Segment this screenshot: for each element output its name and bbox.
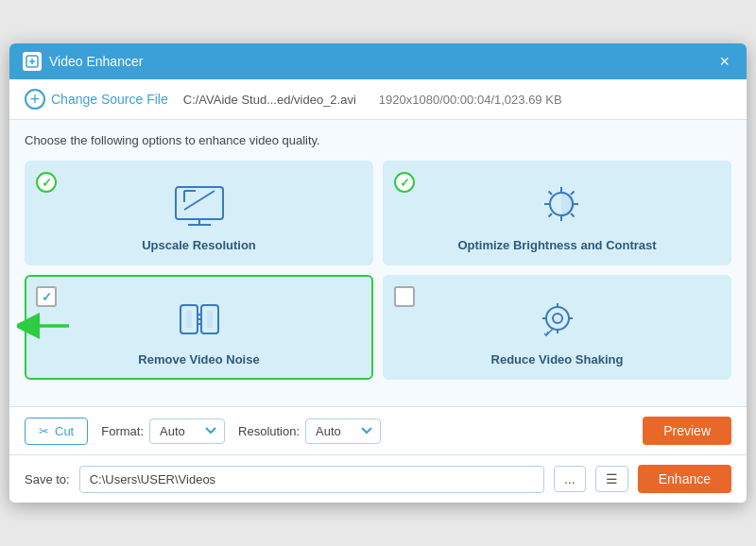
file-meta: 1920x1080/00:00:04/1,023.69 KB bbox=[379, 93, 562, 107]
change-source-button[interactable]: + Change Source File bbox=[25, 89, 168, 110]
brightness-label: Optimize Brightness and Contrast bbox=[457, 238, 656, 252]
shaking-checkbox[interactable] bbox=[394, 286, 415, 307]
save-label: Save to: bbox=[25, 472, 70, 486]
brightness-checkbox[interactable] bbox=[394, 172, 415, 193]
main-window: Video Enhancer × + Change Source File C:… bbox=[9, 43, 747, 503]
title-bar-left: Video Enhancer bbox=[23, 52, 143, 71]
save-bar: Save to: ... ☰ Enhance bbox=[9, 454, 747, 503]
svg-rect-1 bbox=[176, 187, 223, 219]
open-folder-button[interactable]: ☰ bbox=[595, 466, 628, 492]
svg-rect-11 bbox=[186, 311, 192, 328]
noise-icon bbox=[173, 298, 226, 343]
content-area: Choose the following options to enhance … bbox=[9, 120, 747, 406]
file-path: C:/AVAide Stud...ed/video_2.avi bbox=[183, 93, 356, 107]
noise-label: Remove Video Noise bbox=[138, 352, 259, 367]
format-label: Format: bbox=[101, 424, 144, 438]
bottom-controls-bar: ✂ Cut Format: Auto MP4 AVI MOV Resolutio… bbox=[9, 406, 747, 454]
cut-label: Cut bbox=[55, 424, 74, 438]
browse-button[interactable]: ... bbox=[554, 466, 586, 492]
svg-point-17 bbox=[553, 314, 562, 323]
resolution-select[interactable]: Auto 720p 1080p 4K bbox=[305, 418, 381, 444]
scissors-icon: ✂ bbox=[39, 424, 49, 438]
svg-line-5 bbox=[184, 191, 215, 210]
title-bar: Video Enhancer × bbox=[9, 43, 747, 79]
preview-button[interactable]: Preview bbox=[643, 417, 731, 445]
shaking-icon bbox=[531, 298, 584, 343]
upscale-label: Upscale Resolution bbox=[142, 238, 256, 252]
option-brightness-contrast[interactable]: Optimize Brightness and Contrast bbox=[383, 161, 731, 265]
save-path-input[interactable] bbox=[79, 466, 544, 493]
brightness-icon bbox=[531, 183, 584, 229]
folder-icon: ☰ bbox=[606, 471, 618, 486]
enhance-button[interactable]: Enhance bbox=[638, 465, 731, 493]
option-upscale-resolution[interactable]: Upscale Resolution bbox=[25, 161, 373, 265]
cut-button[interactable]: ✂ Cut bbox=[25, 418, 88, 445]
option-remove-noise[interactable]: Remove Video Noise bbox=[25, 275, 373, 380]
arrow-annotation bbox=[17, 313, 74, 343]
svg-point-16 bbox=[546, 307, 569, 330]
resolution-group: Resolution: Auto 720p 1080p 4K bbox=[238, 418, 381, 444]
svg-rect-12 bbox=[207, 311, 213, 328]
upscale-icon bbox=[171, 183, 228, 229]
options-grid: Upscale Resolution Optimize Brightness a… bbox=[25, 161, 731, 380]
close-button[interactable]: × bbox=[715, 51, 733, 72]
option-reduce-shaking[interactable]: Reduce Video Shaking bbox=[383, 275, 731, 380]
resolution-label: Resolution: bbox=[238, 424, 300, 438]
format-select[interactable]: Auto MP4 AVI MOV bbox=[149, 418, 225, 444]
top-bar: + Change Source File C:/AVAide Stud...ed… bbox=[9, 79, 747, 120]
app-icon bbox=[23, 52, 42, 71]
shaking-label: Reduce Video Shaking bbox=[491, 352, 624, 367]
format-group: Format: Auto MP4 AVI MOV bbox=[101, 418, 225, 444]
change-source-label: Change Source File bbox=[51, 92, 168, 107]
window-title: Video Enhancer bbox=[49, 54, 143, 69]
upscale-checkbox[interactable] bbox=[36, 172, 57, 193]
noise-checkbox[interactable] bbox=[36, 286, 57, 307]
plus-circle-icon: + bbox=[25, 89, 45, 110]
description-text: Choose the following options to enhance … bbox=[25, 133, 731, 147]
